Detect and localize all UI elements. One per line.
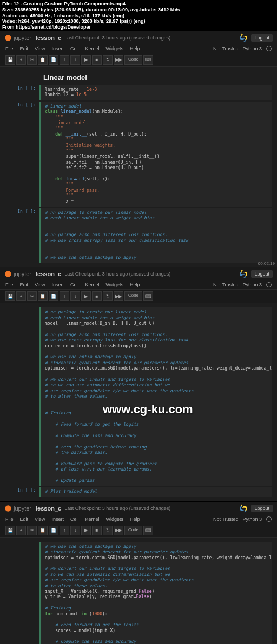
cmd-palette-button[interactable]: ⌨ [143,526,153,535]
menu-view[interactable]: View [35,282,45,287]
add-cell-button[interactable]: + [16,526,26,535]
trust-status[interactable]: Not Trusted [213,46,239,51]
prompt: In [ ]: [5,208,39,263]
celltype-select[interactable]: Code [124,526,142,535]
notebook-title[interactable]: lesson_c [36,505,61,512]
timestamp: 00:02:19 [258,261,275,266]
cut-button[interactable]: ✂ [27,526,37,535]
paste-button[interactable]: 📄 [49,55,58,65]
copy-button[interactable]: 📋 [38,526,48,535]
kernel-name[interactable]: Python 3 [242,516,262,522]
menu-kernel[interactable]: Kernel [85,516,99,522]
move-up-button[interactable]: ↑ [60,526,69,535]
jupyter-logo: jupyter [4,34,31,42]
trust-status[interactable]: Not Trusted [213,282,239,287]
move-up-button[interactable]: ↑ [60,55,69,65]
menu-insert[interactable]: Insert [51,282,64,287]
copy-button[interactable]: 📋 [38,291,48,301]
kernel-name[interactable]: Python 3 [242,46,262,51]
code-cell[interactable]: # nn package to create our linear model … [39,307,272,486]
stop-button[interactable]: ■ [92,526,102,535]
cmd-palette-button[interactable]: ⌨ [143,291,153,301]
paste-button[interactable]: 📄 [49,526,58,535]
python-icon [239,270,248,278]
restart-button[interactable]: ↻ [103,291,113,301]
menu-insert[interactable]: Insert [51,46,64,51]
menu-view[interactable]: View [35,516,45,522]
menubar: FileEditViewInsertCellKernelWidgetsHelp … [0,280,277,289]
menu-help[interactable]: Help [130,46,140,51]
move-down-button[interactable]: ↓ [70,291,80,301]
menu-cell[interactable]: Cell [70,516,79,522]
move-down-button[interactable]: ↓ [70,55,80,65]
cut-button[interactable]: ✂ [27,55,37,65]
add-cell-button[interactable]: + [16,291,26,301]
menu-widgets[interactable]: Widgets [105,516,123,522]
move-down-button[interactable]: ↓ [70,526,80,535]
checkpoint-text: Last Checkpoint: 3 hours ago (unsaved ch… [64,35,170,41]
paste-button[interactable]: 📄 [49,291,58,301]
run-button[interactable]: ▶ [81,291,91,301]
add-cell-button[interactable]: + [16,55,26,65]
menu-help[interactable]: Help [130,516,140,522]
frame-2: jupyter lesson_c Last Checkpoint: 3 hour… [0,267,277,502]
celltype-select[interactable]: Code [124,291,142,301]
cmd-palette-button[interactable]: ⌨ [143,55,153,65]
logout-button[interactable]: Logout [251,34,273,42]
notebook-title[interactable]: lesson_c [36,35,61,41]
md-linear[interactable]: Linear model [39,71,272,84]
jupyter-logo: jupyter [4,270,31,278]
code-cell[interactable]: # Linear model class linear_model(nn.Mod… [39,102,272,207]
menu-widgets[interactable]: Widgets [105,46,123,51]
logout-button[interactable]: Logout [251,505,273,512]
kernel-status-icon [266,282,272,287]
menu-edit[interactable]: Edit [20,46,29,51]
menu-file[interactable]: File [5,46,14,51]
cut-button[interactable]: ✂ [27,291,37,301]
code-cell[interactable]: # Plot trained model [39,487,272,497]
logout-button[interactable]: Logout [251,270,273,278]
restart-button[interactable]: ↻ [103,526,113,535]
run-all-button[interactable]: ▶▶ [114,55,123,65]
code-cell[interactable]: # nn package to create our linear model … [39,208,272,263]
jupyter-icon [4,270,12,278]
save-button[interactable]: 💾 [5,55,15,65]
menu-edit[interactable]: Edit [20,282,29,287]
menu-widgets[interactable]: Widgets [105,282,123,287]
menu-help[interactable]: Help [130,282,140,287]
trust-status[interactable]: Not Trusted [213,516,239,522]
toolbar: 💾 + ✂ 📋 📄 ↑ ↓ ▶ ■ ↻ ▶▶ Code ⌨ [0,53,277,67]
kernel-name[interactable]: Python 3 [242,282,262,287]
copy-button[interactable]: 📋 [38,55,48,65]
notebook-title[interactable]: lesson_c [36,271,61,277]
run-button[interactable]: ▶ [81,55,91,65]
run-button[interactable]: ▶ [81,526,91,535]
stop-button[interactable]: ■ [92,291,102,301]
menu-cell[interactable]: Cell [70,46,79,51]
python-icon [239,33,248,42]
code-cell[interactable]: learning_rate = 1e-3 lambda_l2 = 1e-5 [39,85,272,100]
save-button[interactable]: 💾 [5,291,15,301]
menu-cell[interactable]: Cell [70,282,79,287]
restart-button[interactable]: ↻ [103,55,113,65]
menu-insert[interactable]: Insert [51,516,64,522]
save-button[interactable]: 💾 [5,526,15,535]
menu-file[interactable]: File [5,516,14,522]
toolbar: 💾+✂📋📄↑↓▶■↻▶▶Code⌨ [0,289,277,303]
menu-kernel[interactable]: Kernel [85,46,99,51]
run-all-button[interactable]: ▶▶ [114,526,123,535]
jupyter-logo: jupyter [4,505,31,512]
prompt: In [ ]: [5,487,39,497]
stop-button[interactable]: ■ [92,55,102,65]
celltype-select[interactable]: Code [124,55,142,65]
prompt [5,542,39,644]
move-up-button[interactable]: ↑ [60,291,69,301]
svg-point-0 [5,35,11,41]
code-cell[interactable]: # we use the optim package to apply # st… [39,542,272,644]
menu-kernel[interactable]: Kernel [85,282,99,287]
file-meta: File: 12 - Creating Custom PyTorch Compo… [0,0,277,31]
menu-file[interactable]: File [5,282,14,287]
menu-view[interactable]: View [35,46,45,51]
run-all-button[interactable]: ▶▶ [114,291,123,301]
menu-edit[interactable]: Edit [20,516,29,522]
